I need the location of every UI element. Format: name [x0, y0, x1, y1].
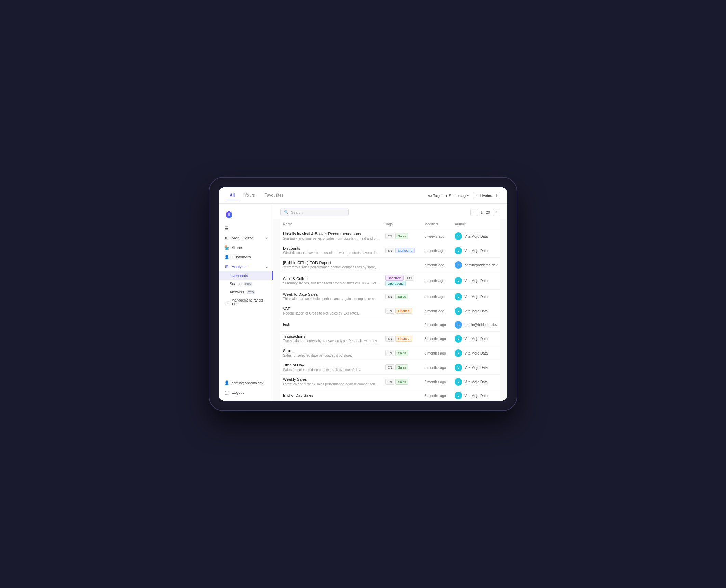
table-row[interactable]: Discounts What discounts have been used … [280, 243, 500, 258]
next-page-button[interactable]: › [493, 209, 500, 216]
prev-page-button[interactable]: ‹ [470, 209, 478, 216]
row-tags-cell: ChannelsENOperations [382, 272, 421, 290]
tag-chip[interactable]: Channels [385, 275, 404, 281]
row-author-cell: V Vita Mojo Data [452, 346, 500, 360]
table-row[interactable]: Time of Day Sales for selected date peri… [280, 360, 500, 375]
sidebar-hamburger[interactable]: ☰ [219, 224, 273, 233]
content-area: 🔍 ‹ 1 - 20 › Name [273, 204, 507, 401]
row-tags-cell: ENSales [382, 346, 421, 360]
author-cell: V Vita Mojo Data [455, 364, 498, 371]
author-name: Vita Mojo Data [464, 234, 488, 238]
row-title: Weekly Sales [283, 377, 380, 382]
sidebar-sub-item-answers[interactable]: Answers PRO [219, 288, 273, 296]
col-name: Name [280, 219, 382, 229]
tag-chip[interactable]: Finance [395, 336, 412, 342]
table-row[interactable]: Transactions Transactions of orders by t… [280, 332, 500, 346]
add-liveboard-button[interactable]: + Liveboard [473, 192, 500, 199]
row-title: Discounts [283, 246, 380, 250]
tag-chip[interactable]: Sales [395, 233, 408, 239]
sidebar-item-menu-editor[interactable]: ⊞ Menu Editor ▾ [219, 233, 273, 243]
row-author-cell: A admin@bddemo.dev [452, 258, 500, 272]
row-title: VAT [283, 307, 380, 311]
author-name: admin@bddemo.dev [464, 323, 497, 327]
tab-favourites[interactable]: Favourites [260, 191, 288, 200]
table-row[interactable]: Click & Collect Summary, trends, slot ti… [280, 272, 500, 290]
logout-icon: ⬚ [224, 390, 229, 395]
row-modified-cell: 3 months ago [421, 389, 452, 401]
management-icon: ⬚ [224, 300, 229, 305]
sort-icon: ↓ [439, 222, 441, 226]
modified-text: 3 months ago [424, 365, 446, 370]
sidebar-item-stores[interactable]: 🏪 Stores [219, 243, 273, 252]
author-name: Vita Mojo Data [464, 351, 488, 355]
sidebar-logout-label: Logout [232, 390, 244, 395]
tag-chip[interactable]: EN [385, 308, 394, 314]
table-row[interactable]: VAT Reconciliation of Gross to Net Sales… [280, 304, 500, 318]
sidebar-item-management[interactable]: ⬚ Management Panels 1.0 [219, 296, 273, 308]
table-row[interactable]: Upsells In-Meal & Basket Recommendations… [280, 229, 500, 243]
table-row[interactable]: [Bubble CiTes] EOD Report Yesterday's sa… [280, 258, 500, 272]
sidebar-item-user[interactable]: 👤 admin@bddemo.dev [219, 378, 273, 388]
author-cell: V Vita Mojo Data [455, 232, 498, 240]
avatar: A [455, 261, 462, 269]
table-row[interactable]: Stores Sales for selected date periods, … [280, 346, 500, 360]
sidebar-sub-item-liveboards[interactable]: Liveboards [219, 271, 273, 280]
avatar: V [455, 277, 462, 284]
sidebar-item-logout[interactable]: ⬚ Logout [219, 388, 273, 397]
sidebar-user-label: admin@bddemo.dev [232, 381, 263, 385]
tags-button[interactable]: 🏷 Tags [428, 193, 441, 198]
table-row[interactable]: End of Day Sales 3 months ago V Vita Moj… [280, 389, 500, 401]
row-modified-cell: a month ago [421, 304, 452, 318]
tag-chip[interactable]: EN [385, 364, 394, 370]
sidebar-sub-item-label: Search [230, 282, 242, 286]
tag-chip[interactable]: Sales [395, 364, 408, 370]
author-name: Vita Mojo Data [464, 309, 488, 313]
row-modified-cell: 3 months ago [421, 375, 452, 389]
sidebar-item-analytics[interactable]: ⊞ Analytics ▴ [219, 262, 273, 271]
tag-icon: 🏷 [428, 193, 432, 198]
tag-chip[interactable]: Marketing [395, 248, 415, 253]
row-modified-cell: a month ago [421, 258, 452, 272]
tag-chip[interactable]: Sales [395, 379, 408, 385]
tag-chip[interactable]: EN [385, 336, 394, 342]
row-name-cell: test [280, 318, 382, 332]
select-tag-button[interactable]: ● Select tag ▾ [445, 193, 469, 198]
tag-chip[interactable]: EN [405, 275, 414, 281]
row-modified-cell: 3 weeks ago [421, 229, 452, 243]
tab-yours[interactable]: Yours [240, 191, 259, 200]
tag-chip[interactable]: EN [385, 233, 394, 239]
tag-chip[interactable]: EN [385, 379, 394, 385]
top-right-actions: 🏷 Tags ● Select tag ▾ + Liveboard [428, 192, 500, 199]
tag-chip[interactable]: Sales [395, 294, 408, 299]
table-row[interactable]: test 2 months ago A admin@bddemo.dev [280, 318, 500, 332]
row-author-cell: V Vita Mojo Data [452, 375, 500, 389]
tag-chip[interactable]: EN [385, 350, 394, 356]
row-description: Latest calendar week sales performance a… [283, 382, 380, 386]
row-tags-cell [382, 258, 421, 272]
tag-chip[interactable]: Finance [395, 308, 412, 314]
col-modified[interactable]: Modified ↓ [421, 219, 452, 229]
sidebar-item-customers[interactable]: 👤 Customers [219, 252, 273, 262]
row-modified-cell: 2 months ago [421, 318, 452, 332]
modified-text: a month ago [424, 263, 444, 267]
table-row[interactable]: Week to Date Sales This calendar week sa… [280, 290, 500, 304]
author-name: Vita Mojo Data [464, 380, 488, 384]
row-title: Time of Day [283, 363, 380, 367]
avatar: V [455, 378, 462, 386]
row-name-cell: Time of Day Sales for selected date peri… [280, 360, 382, 375]
row-modified-cell: a month ago [421, 272, 452, 290]
tabs-area: All Yours Favourites [226, 191, 421, 200]
tag-chip[interactable]: Sales [395, 350, 408, 356]
tag-chip[interactable]: Operations [385, 281, 406, 286]
col-author: Author [452, 219, 500, 229]
author-cell: V Vita Mojo Data [455, 378, 498, 386]
tab-all[interactable]: All [226, 191, 239, 200]
sidebar-item-label: Analytics [232, 265, 247, 269]
row-author-cell: V Vita Mojo Data [452, 360, 500, 375]
tag-chip[interactable]: EN [385, 294, 394, 299]
table-row[interactable]: Weekly Sales Latest calendar week sales … [280, 375, 500, 389]
search-input[interactable] [291, 210, 345, 214]
tag-chip[interactable]: EN [385, 248, 394, 253]
row-tags-cell: ENSales [382, 290, 421, 304]
sidebar-sub-item-search[interactable]: Search PRO [219, 280, 273, 288]
